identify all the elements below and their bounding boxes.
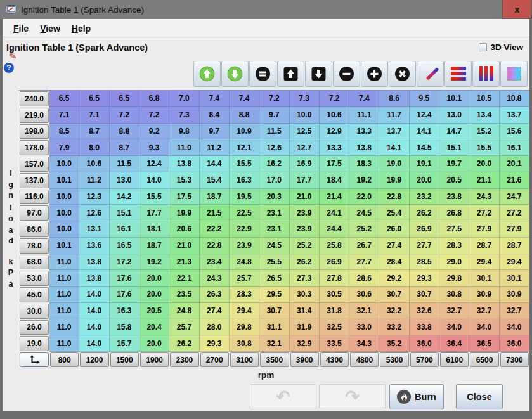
- table-cell[interactable]: 22.2: [200, 221, 230, 238]
- table-cell[interactable]: 31.9: [290, 319, 320, 336]
- edit-note-icon[interactable]: ✎: [8, 50, 18, 63]
- table-cell[interactable]: 31.8: [320, 303, 349, 319]
- rpm-bin-header[interactable]: 2300: [170, 352, 198, 367]
- table-cell[interactable]: 15.1: [110, 205, 139, 221]
- table-cell[interactable]: 7.2: [320, 91, 349, 107]
- table-cell[interactable]: 10.0: [49, 221, 79, 238]
- table-cell[interactable]: 7.4: [349, 91, 379, 107]
- table-cell[interactable]: 28.3: [230, 287, 259, 303]
- table-cell[interactable]: 12.4: [410, 107, 439, 124]
- table-cell[interactable]: 26.2: [169, 335, 199, 352]
- table-cell[interactable]: 27.3: [290, 270, 320, 287]
- table-cell[interactable]: 10.1: [49, 172, 79, 189]
- table-cell[interactable]: 11.0: [49, 254, 79, 271]
- table-cell[interactable]: 10.1: [439, 91, 469, 107]
- table-cell[interactable]: 28.0: [200, 319, 230, 336]
- table-cell[interactable]: 29.3: [200, 335, 230, 352]
- table-cell[interactable]: 18.1: [139, 221, 169, 238]
- table-cell[interactable]: 18.4: [320, 172, 349, 189]
- rpm-bin-header[interactable]: 1900: [140, 352, 169, 367]
- table-cell[interactable]: 25.5: [259, 254, 289, 271]
- table-cell[interactable]: 28.4: [379, 254, 409, 271]
- table-cell[interactable]: 30.7: [379, 287, 409, 303]
- table-cell[interactable]: 20.6: [169, 221, 199, 238]
- table-cell[interactable]: 20.0: [139, 270, 169, 287]
- table-cell[interactable]: 8.7: [79, 124, 109, 140]
- table-cell[interactable]: 22.8: [200, 238, 230, 254]
- table-cell[interactable]: 21.0: [169, 238, 199, 254]
- table-cell[interactable]: 20.0: [139, 335, 169, 352]
- set-value-button[interactable]: [249, 61, 276, 87]
- table-cell[interactable]: 21.5: [200, 205, 230, 221]
- table-cell[interactable]: 11.2: [200, 139, 230, 156]
- add-button[interactable]: [361, 61, 388, 87]
- table-cell[interactable]: 24.3: [200, 270, 230, 287]
- table-cell[interactable]: 30.8: [439, 287, 469, 303]
- table-cell[interactable]: 20.5: [439, 172, 469, 189]
- table-cell[interactable]: 6.8: [139, 91, 169, 107]
- table-cell[interactable]: 16.3: [110, 303, 139, 319]
- table-cell[interactable]: 27.9: [500, 221, 529, 238]
- table-cell[interactable]: 33.8: [410, 319, 439, 336]
- table-cell[interactable]: 32.7: [469, 303, 499, 319]
- table-cell[interactable]: 30.1: [500, 270, 529, 287]
- table-cell[interactable]: 16.1: [500, 139, 529, 156]
- table-cell[interactable]: 6.5: [110, 91, 139, 107]
- table-cell[interactable]: 10.8: [500, 91, 529, 107]
- table-cell[interactable]: 23.8: [439, 189, 469, 205]
- table-cell[interactable]: 17.7: [290, 172, 320, 189]
- table-cell[interactable]: 28.3: [439, 238, 469, 254]
- table-cell[interactable]: 15.3: [169, 172, 199, 189]
- window-close-button[interactable]: x: [503, 0, 531, 18]
- table-cell[interactable]: 14.0: [79, 319, 109, 336]
- table-cell[interactable]: 23.9: [290, 221, 320, 238]
- multiply-button[interactable]: [389, 61, 416, 87]
- table-cell[interactable]: 32.1: [349, 303, 379, 319]
- table-cell[interactable]: 28.6: [349, 270, 379, 287]
- table-cell[interactable]: 17.0: [259, 172, 289, 189]
- table-cell[interactable]: 19.5: [230, 189, 259, 205]
- table-cell[interactable]: 26.2: [290, 254, 320, 271]
- table-cell[interactable]: 9.8: [169, 124, 199, 140]
- table-cell[interactable]: 36.0: [500, 335, 529, 352]
- table-cell[interactable]: 8.6: [379, 91, 409, 107]
- table-cell[interactable]: 30.8: [230, 335, 259, 352]
- table-cell[interactable]: 14.0: [79, 335, 109, 352]
- rpm-bin-header[interactable]: 3900: [290, 352, 319, 367]
- table-cell[interactable]: 13.6: [79, 238, 109, 254]
- interpolate-button[interactable]: [417, 61, 444, 87]
- table-cell[interactable]: 14.1: [410, 124, 439, 140]
- table-cell[interactable]: 14.5: [410, 139, 439, 156]
- table-cell[interactable]: 23.9: [290, 205, 320, 221]
- table-cell[interactable]: 21.4: [320, 189, 349, 205]
- table-cell[interactable]: 7.1: [49, 107, 79, 124]
- table-cell[interactable]: 16.1: [110, 221, 139, 238]
- menu-file[interactable]: File: [8, 22, 34, 35]
- table-cell[interactable]: 28.7: [500, 238, 529, 254]
- load-bin-header[interactable]: 116.0: [20, 190, 49, 205]
- table-cell[interactable]: 26.0: [379, 221, 409, 238]
- table-cell[interactable]: 25.7: [169, 319, 199, 336]
- table-cell[interactable]: 29.8: [439, 270, 469, 287]
- table-cell[interactable]: 13.7: [379, 124, 409, 140]
- table-cell[interactable]: 29.0: [439, 254, 469, 271]
- table-cell[interactable]: 29.5: [259, 287, 289, 303]
- table-cell[interactable]: 23.1: [259, 221, 289, 238]
- table-cell[interactable]: 11.0: [49, 319, 79, 336]
- table-cell[interactable]: 34.0: [439, 319, 469, 336]
- view-3d-checkbox[interactable]: [479, 43, 487, 51]
- table-cell[interactable]: 13.8: [349, 139, 379, 156]
- table-cell[interactable]: 29.4: [500, 254, 529, 271]
- table-cell[interactable]: 7.3: [169, 107, 199, 124]
- shift-down-button[interactable]: [305, 61, 332, 87]
- table-cell[interactable]: 17.2: [110, 254, 139, 271]
- table-cell[interactable]: 19.2: [349, 172, 379, 189]
- table-cell[interactable]: 29.4: [230, 303, 259, 319]
- table-cell[interactable]: 22.5: [230, 205, 259, 221]
- table-cell[interactable]: 30.1: [469, 270, 499, 287]
- view-3d-toggle[interactable]: 3D View: [479, 42, 523, 52]
- table-cell[interactable]: 12.6: [79, 205, 109, 221]
- table-cell[interactable]: 23.5: [169, 287, 199, 303]
- table-cell[interactable]: 11.0: [169, 139, 199, 156]
- load-bin-header[interactable]: 97.0: [20, 205, 49, 221]
